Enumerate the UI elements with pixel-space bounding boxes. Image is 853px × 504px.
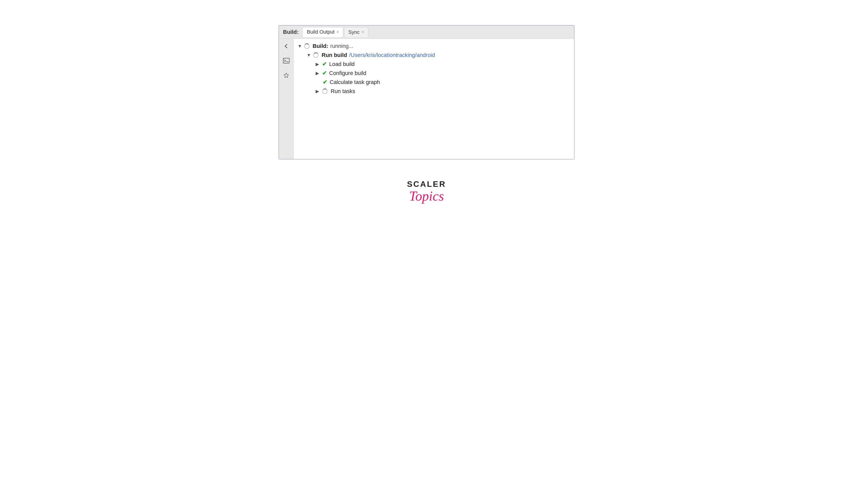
check-configure-build: ✔ [322, 70, 327, 76]
spinner-build-root [304, 43, 309, 49]
calculate-task-graph-label: Calculate task graph [330, 79, 380, 86]
tab-bar: Build: Build Output × Sync × [279, 25, 574, 39]
pin-icon [284, 72, 289, 78]
back-icon [284, 43, 289, 49]
run-build-path: /Users/kris/locationtracking/android [349, 52, 435, 58]
tab-build-output-close[interactable]: × [336, 30, 339, 34]
tree-row-run-tasks: ▶ Run tasks [298, 87, 570, 96]
logo-area: SCALER Topics [407, 180, 446, 204]
tab-build-output[interactable]: Build Output × [303, 27, 343, 37]
expand-arrow-build-root[interactable]: ▼ [298, 43, 302, 49]
terminal-button[interactable] [281, 56, 291, 66]
expand-arrow-run-tasks[interactable]: ▶ [316, 89, 320, 94]
build-label: Build: [281, 29, 301, 35]
tab-build-output-label: Build Output [307, 29, 334, 35]
tree-row-configure-build: ▶ ✔ Configure build [298, 69, 570, 78]
tab-sync-label: Sync [349, 29, 359, 35]
check-load-build: ✔ [322, 61, 327, 68]
load-build-label: Load build [329, 61, 355, 68]
tab-sync[interactable]: Sync × [344, 27, 368, 37]
run-tasks-label: Run tasks [331, 88, 355, 94]
tab-sync-close[interactable]: × [361, 30, 364, 34]
back-button[interactable] [281, 41, 291, 51]
spinner-run-build [313, 52, 319, 58]
spinner-run-tasks [322, 89, 328, 94]
tree-content: ▼ Build: running... ▼ Run build /Users/k… [294, 39, 574, 159]
pin-button[interactable] [281, 70, 291, 80]
main-content: ▼ Build: running... ▼ Run build /Users/k… [279, 39, 574, 159]
tree-row-run-build: ▼ Run build /Users/kris/locationtracking… [298, 51, 570, 60]
build-root-bold: Build: [313, 43, 328, 49]
scaler-topics-text: Topics [409, 189, 444, 204]
terminal-icon [283, 58, 289, 64]
expand-arrow-configure-build[interactable]: ▶ [316, 70, 320, 76]
tree-row-build-root: ▼ Build: running... [298, 42, 570, 51]
expand-arrow-load-build[interactable]: ▶ [316, 61, 320, 67]
build-root-status: running... [330, 43, 353, 49]
check-calculate-task-graph: ✔ [323, 79, 327, 86]
tree-row-load-build: ▶ ✔ Load build [298, 60, 570, 69]
configure-build-label: Configure build [329, 70, 366, 76]
sidebar [279, 39, 294, 159]
expand-arrow-run-build[interactable]: ▼ [306, 53, 311, 58]
scaler-top-text: SCALER [407, 180, 446, 189]
tree-row-calculate-task-graph: ✔ Calculate task graph [298, 78, 570, 87]
run-build-label: Run build [322, 52, 347, 58]
svg-rect-0 [283, 58, 289, 63]
build-window: Build: Build Output × Sync × [279, 25, 574, 160]
